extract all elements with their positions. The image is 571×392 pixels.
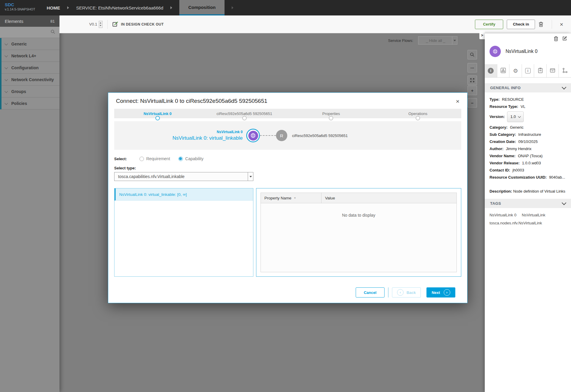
breadcrumb-separator-icon	[232, 6, 233, 9]
palette-search-input[interactable]	[4, 30, 51, 35]
tab-general-info[interactable]: i	[485, 64, 497, 77]
field-label: Creation Date:	[490, 138, 516, 145]
version-value: 1.0	[510, 113, 516, 120]
properties-pane: Property Name ▼ Value No data to display	[256, 188, 461, 277]
palette-category-list: Generic Network L4+ Configuration Networ…	[0, 38, 59, 109]
canvas-search-button[interactable]	[468, 50, 477, 59]
field-value: RESOURCE	[502, 96, 524, 103]
close-workspace-icon[interactable]: ×	[560, 21, 563, 27]
sidebar-item-label: Generic	[11, 42, 27, 46]
chevron-down-icon	[452, 37, 457, 44]
canvas-more-button[interactable]: ...	[468, 63, 477, 73]
sidebar-item-generic[interactable]: Generic	[0, 38, 59, 50]
tab-settings[interactable]: ⚙	[509, 64, 522, 77]
version-select[interactable]: 1.0	[507, 111, 524, 122]
breadcrumb-service[interactable]: SERVICE: EtsiNfvNetworkServiceb6aa666d	[76, 5, 163, 10]
field-label: Category:	[490, 124, 508, 131]
back-button[interactable]: ‹ Back	[392, 287, 421, 297]
minus-icon: −	[471, 100, 474, 106]
version-dropdown[interactable]	[99, 21, 103, 28]
toolbar-divider	[107, 20, 108, 29]
radio-capability[interactable]: Capability	[178, 156, 203, 161]
app-logo: SDC v.1.14.5-SNAPSHOT	[5, 2, 35, 11]
table-empty-state: No data to display	[261, 203, 457, 272]
capability-list-item-selected[interactable]: NsVirtualLink 0: virtual_linkable: [0, ∞…	[114, 188, 253, 201]
next-button[interactable]: Next ›	[426, 287, 455, 297]
field-value: ONAP (Tosca)	[518, 152, 542, 160]
component-title: NsVirtualLink 0	[506, 49, 537, 54]
delete-service-icon[interactable]	[539, 22, 543, 27]
right-panel-collapse-button[interactable]: >	[479, 31, 485, 39]
lifecycle-status: IN DESIGN CHECK OUT	[121, 22, 164, 26]
tab-composition-structure[interactable]	[497, 64, 510, 77]
search-icon	[470, 52, 475, 57]
radio-selected-icon	[178, 157, 183, 161]
chevron-down-icon	[518, 115, 521, 118]
sidebar-item-configuration[interactable]: Configuration	[0, 62, 59, 74]
capability-type-value: tosca.capabilities.nfv.VirtualLinkable	[114, 174, 185, 179]
chevron-down-icon	[562, 201, 567, 205]
collapse-right-icon: >	[481, 33, 483, 37]
app-version: v.1.14.5-SNAPSHOT	[5, 7, 35, 11]
check-in-button[interactable]: Check in	[507, 20, 535, 29]
app-header: SDC v.1.14.5-SNAPSHOT HOME SERVICE: Etsi…	[0, 0, 571, 15]
component-details-panel: NsVirtualLink 0 i ⚙ i	[485, 33, 571, 392]
version-down-icon	[100, 25, 101, 26]
wizard-step-properties[interactable]: Properties	[288, 109, 375, 118]
field-value: jh0003	[512, 167, 524, 174]
canvas-fit-view-button[interactable]	[468, 75, 477, 85]
tab-information[interactable]: i	[522, 64, 534, 77]
connect-wizard-modal: Connect: NsVirtualLink 0 to ciResc592e50…	[108, 92, 468, 303]
sidebar-item-groups[interactable]: Groups	[0, 86, 59, 97]
field-label: Vendor Name:	[490, 152, 515, 160]
radio-requirement[interactable]: Requirement	[139, 156, 170, 161]
tab-artifacts[interactable]	[547, 64, 559, 77]
sidebar-item-label: Groups	[11, 89, 26, 94]
tag: NsVirtualLink	[522, 213, 545, 217]
field-label: Author:	[490, 145, 503, 152]
delete-component-icon[interactable]	[554, 36, 558, 42]
sidebar-item-policies[interactable]: Policies	[0, 97, 59, 109]
more-icon: ...	[470, 64, 474, 69]
service-flows-select[interactable]: _ Hide all _	[418, 36, 457, 45]
tags-section-header[interactable]: TAGS	[485, 199, 571, 208]
elements-palette: Elements 81 Generic Network L4+ Configur…	[0, 15, 59, 392]
field-value: VL	[521, 103, 525, 110]
tab-requirements[interactable]	[534, 64, 547, 77]
general-info-section-header[interactable]: GENERAL INFO	[485, 83, 571, 92]
chevron-down-icon	[4, 89, 8, 93]
source-node-name: NsVirtualLink 0	[114, 130, 243, 134]
wizard-steps: NsVirtualLink 0 ciResc592e505a6d5 592505…	[114, 109, 461, 118]
sidebar-item-network-l4[interactable]: Network L4+	[0, 50, 59, 62]
chevron-down-icon	[4, 78, 8, 81]
breadcrumb: HOME SERVICE: EtsiNfvNetworkServiceb6aa6…	[47, 0, 241, 15]
wizard-step-operations[interactable]: Operations	[374, 109, 461, 118]
tab-relations[interactable]	[559, 64, 571, 77]
breadcrumb-home[interactable]: HOME	[47, 5, 60, 10]
field-label: Vendor Release:	[490, 160, 520, 167]
gear-icon: ⚙	[513, 68, 518, 74]
structure-icon	[500, 67, 506, 74]
field-value: Infrastructure	[518, 131, 541, 138]
certify-button[interactable]: Certify	[475, 20, 503, 29]
wizard-step-source[interactable]: NsVirtualLink 0	[114, 109, 201, 118]
breadcrumb-separator-icon	[170, 6, 172, 9]
wizard-step-target[interactable]: ciResc592e505a6d5 592505651	[201, 109, 288, 118]
edit-component-icon[interactable]	[562, 36, 567, 42]
field-label: Contact ID:	[490, 167, 510, 174]
info-box-icon: i	[525, 68, 531, 73]
canvas-zoom-out-button[interactable]: −	[468, 98, 477, 108]
close-icon[interactable]: ×	[456, 98, 459, 104]
component-description: Description: Node definition of Virtual …	[485, 181, 570, 194]
source-capability-name: NsVirtualLink 0: virtual_linkable	[114, 135, 243, 141]
connection-diagram: NsVirtualLink 0 NsVirtualLink 0: virtual…	[114, 121, 461, 150]
info-circle-icon: i	[488, 68, 494, 74]
column-property-name[interactable]: Property Name ▼	[261, 193, 321, 203]
cancel-button[interactable]: Cancel	[356, 287, 385, 297]
canvas-zoom-in-button[interactable]: +	[468, 86, 477, 95]
tab-composition[interactable]: Composition	[179, 0, 225, 15]
workspace-toolbar: V0.1 IN DESIGN CHECK OUT Certify Check i…	[59, 15, 571, 33]
general-info-fields: Type:RESOURCE Resource Type:VL Version: …	[485, 92, 571, 181]
capability-type-select[interactable]: tosca.capabilities.nfv.VirtualLinkable	[114, 172, 253, 181]
sidebar-item-network-connectivity[interactable]: Network Connectivity	[0, 74, 59, 86]
